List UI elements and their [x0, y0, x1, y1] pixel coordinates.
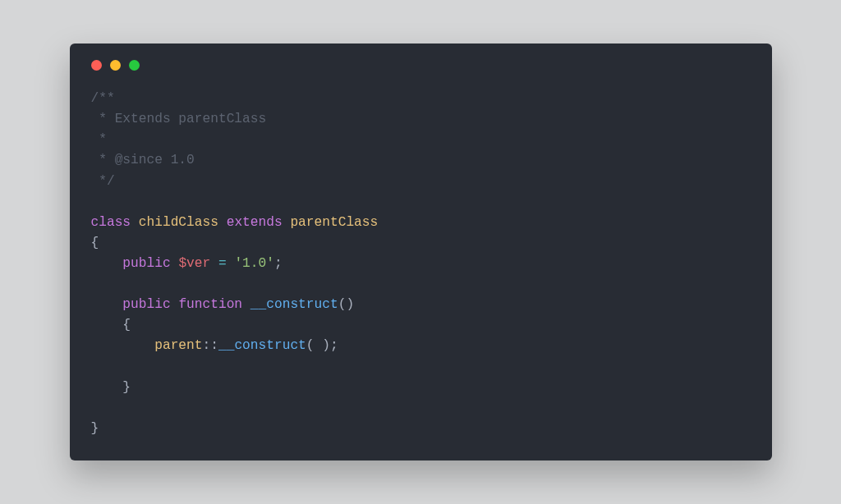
comment-line: * @since 1.0	[91, 153, 195, 167]
kw-public: public	[122, 256, 170, 271]
indent	[91, 297, 123, 312]
brace-open: {	[122, 318, 131, 332]
op-equals: =	[218, 256, 234, 271]
zoom-icon	[129, 60, 140, 71]
traffic-lights	[91, 60, 751, 71]
comment-line: * Extends parentClass	[91, 112, 267, 126]
comment-line: *	[91, 132, 107, 147]
kw-extends: extends	[227, 215, 283, 230]
parent-ref: parent	[154, 338, 202, 353]
parens: ()	[338, 297, 354, 312]
indent	[91, 318, 123, 332]
string-ver: '1.0'	[234, 256, 274, 271]
indent	[91, 256, 123, 271]
kw-function: function	[178, 297, 242, 312]
code-block: /** * Extends parentClass * * @since 1.0…	[91, 89, 751, 439]
indent	[91, 380, 123, 395]
brace-close: }	[122, 380, 131, 395]
kw-public: public	[122, 297, 170, 312]
call-parens: ( )	[306, 338, 330, 353]
brace-close: }	[91, 421, 99, 436]
code-window: /** * Extends parentClass * * @since 1.0…	[70, 44, 772, 460]
minimize-icon	[110, 60, 121, 71]
call-construct: __construct	[218, 338, 306, 353]
semicolon: ;	[274, 256, 283, 271]
comment-line: */	[91, 174, 115, 189]
var-ver: $ver	[178, 256, 210, 271]
close-icon	[91, 60, 102, 71]
comment-line: /**	[91, 91, 115, 106]
semicolon: ;	[330, 338, 338, 353]
fn-construct: __construct	[250, 297, 338, 312]
indent	[91, 338, 155, 353]
brace-open: {	[91, 236, 99, 250]
kw-class: class	[91, 215, 131, 230]
classname-child: childClass	[139, 215, 218, 230]
double-colon: ::	[203, 338, 218, 353]
classname-parent: parentClass	[290, 215, 378, 230]
